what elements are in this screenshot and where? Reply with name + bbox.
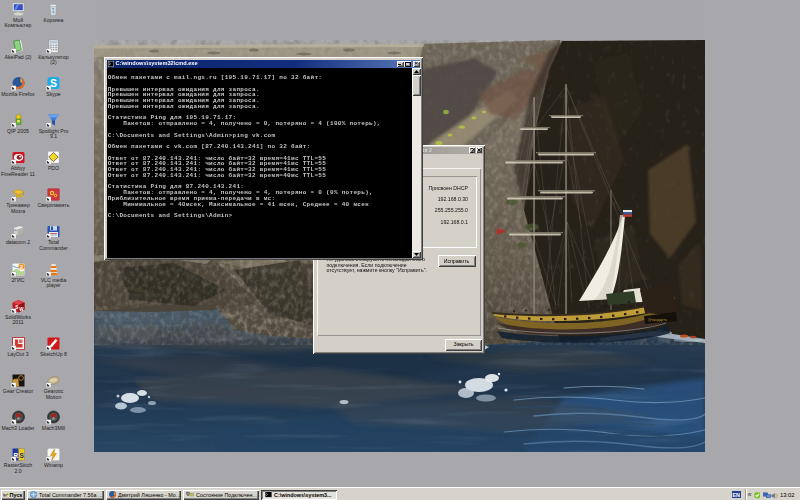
svg-text:S: S [19,452,24,459]
svg-text:@тандартъ: @тандартъ [648,318,668,322]
svg-text:W: W [19,306,24,311]
svg-text:2: 2 [19,263,22,269]
